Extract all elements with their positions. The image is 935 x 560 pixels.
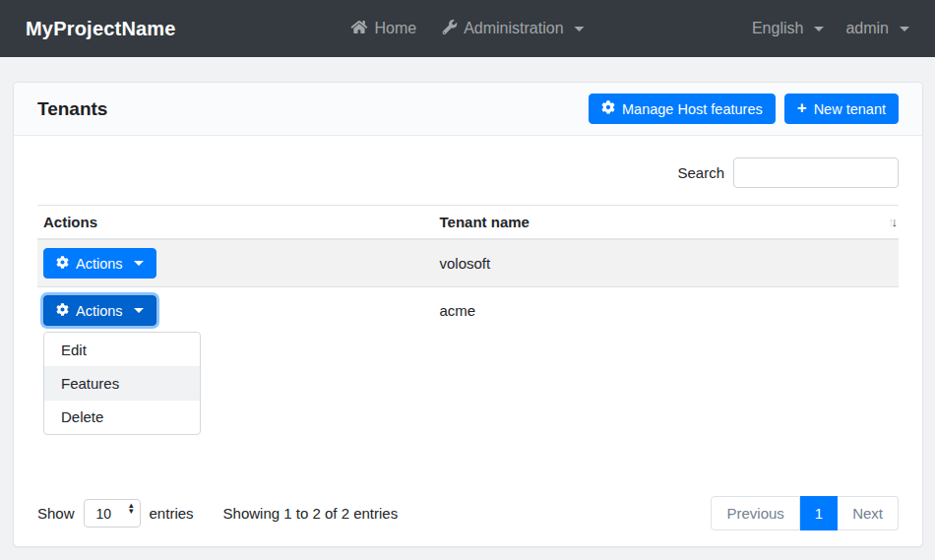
user-menu[interactable]: admin bbox=[845, 20, 909, 37]
column-header-tenant-name[interactable]: Tenant name ↑↓ bbox=[434, 206, 900, 240]
page-content: Tenants Manage Host features + New tenan… bbox=[0, 57, 935, 560]
top-navbar: MyProjectName Home Administration Englis… bbox=[0, 0, 935, 57]
dropdown-item-delete[interactable]: Delete bbox=[44, 400, 200, 433]
user-label: admin bbox=[845, 20, 889, 37]
page-size-select-wrap: 10 ▴▾ bbox=[84, 499, 141, 528]
nav-administration-label: Administration bbox=[464, 20, 563, 37]
main-menu: Home Administration bbox=[350, 0, 584, 57]
brand-logo[interactable]: MyProjectName bbox=[26, 18, 176, 40]
table-footer: Show 10 ▴▾ entries Showing 1 to 2 of 2 e… bbox=[37, 496, 899, 530]
chevron-down-icon bbox=[134, 261, 144, 266]
manage-host-features-label: Manage Host features bbox=[622, 101, 763, 117]
actions-cell: Actions Edit Features Delete bbox=[37, 287, 434, 335]
table-header-row: Actions Tenant name ↑↓ bbox=[37, 206, 899, 240]
show-label: Show bbox=[37, 505, 75, 522]
table-row: Actions Edit Features Delete acme bbox=[37, 287, 899, 335]
actions-dropdown-menu: Edit Features Delete bbox=[43, 332, 201, 435]
table-row: Actions volosoft bbox=[37, 239, 899, 287]
gear-icon bbox=[601, 100, 615, 117]
manage-host-features-button[interactable]: Manage Host features bbox=[589, 93, 776, 124]
nav-item-administration[interactable]: Administration bbox=[442, 20, 584, 38]
page-length-control: Show 10 ▴▾ entries bbox=[37, 499, 194, 528]
dropdown-item-features[interactable]: Features bbox=[44, 366, 200, 400]
entries-label: entries bbox=[150, 505, 194, 522]
pagination-page-1[interactable]: 1 bbox=[800, 496, 838, 530]
nav-home-label: Home bbox=[374, 20, 416, 37]
column-header-actions[interactable]: Actions bbox=[37, 206, 434, 240]
sort-icon[interactable]: ↑↓ bbox=[888, 215, 895, 229]
language-selector[interactable]: English bbox=[752, 20, 824, 37]
chevron-down-icon bbox=[575, 27, 585, 31]
wrench-icon bbox=[442, 20, 457, 38]
chevron-down-icon bbox=[134, 308, 144, 313]
header-actions: Manage Host features + New tenant bbox=[589, 93, 899, 124]
tenant-name-header-label: Tenant name bbox=[440, 214, 530, 230]
tenant-name-cell: volosoft bbox=[434, 239, 900, 287]
actions-cell: Actions bbox=[37, 239, 434, 287]
page-title: Tenants bbox=[37, 98, 107, 120]
tenants-table: Actions Tenant name ↑↓ bbox=[37, 205, 899, 334]
plus-icon: + bbox=[797, 99, 807, 116]
search-label: Search bbox=[677, 164, 724, 181]
tenants-card: Tenants Manage Host features + New tenan… bbox=[13, 82, 923, 547]
navbar-right: English admin bbox=[752, 20, 909, 37]
search-input[interactable] bbox=[733, 157, 899, 188]
new-tenant-button[interactable]: + New tenant bbox=[784, 93, 899, 124]
nav-item-home[interactable]: Home bbox=[350, 20, 416, 38]
row-actions-button[interactable]: Actions bbox=[43, 248, 156, 279]
dropdown-item-edit[interactable]: Edit bbox=[44, 334, 200, 366]
home-icon bbox=[350, 20, 367, 38]
row-actions-label: Actions bbox=[76, 303, 123, 319]
actions-dropdown: Actions Edit Features Delete bbox=[43, 295, 156, 326]
search-row: Search bbox=[37, 157, 899, 188]
row-actions-button-open[interactable]: Actions bbox=[43, 295, 156, 326]
chevron-down-icon bbox=[814, 27, 824, 31]
row-actions-label: Actions bbox=[76, 256, 123, 272]
table-info: Showing 1 to 2 of 2 entries bbox=[223, 505, 399, 522]
pagination: Previous 1 Next bbox=[711, 496, 899, 530]
sort-desc-icon: ↓ bbox=[892, 215, 896, 229]
page-size-select[interactable]: 10 bbox=[84, 499, 141, 528]
card-body: Search Actions Tenant name ↑↓ bbox=[14, 136, 922, 546]
pagination-next-button[interactable]: Next bbox=[838, 496, 899, 530]
chevron-down-icon bbox=[900, 27, 909, 31]
pagination-previous-button[interactable]: Previous bbox=[711, 496, 799, 530]
language-label: English bbox=[752, 20, 803, 37]
card-header: Tenants Manage Host features + New tenan… bbox=[14, 83, 922, 136]
gear-icon bbox=[56, 256, 69, 272]
tenant-name-cell: acme bbox=[434, 287, 900, 335]
gear-icon bbox=[56, 303, 69, 319]
new-tenant-label: New tenant bbox=[814, 101, 886, 117]
